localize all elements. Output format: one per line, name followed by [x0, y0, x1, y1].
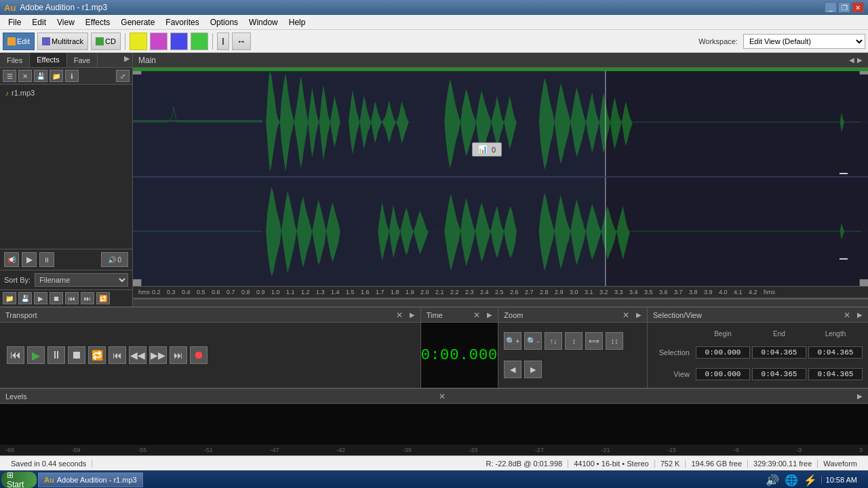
- zoom-expand-btn[interactable]: ▶: [636, 311, 642, 319]
- sel-view-begin[interactable]: [696, 368, 750, 380]
- sel-selection-begin[interactable]: [696, 346, 750, 359]
- tab-effects[interactable]: Effects: [30, 53, 66, 67]
- toolbar-edit-view-btn[interactable]: Edit: [3, 33, 35, 50]
- levels-expand-btn[interactable]: ▶: [857, 392, 863, 400]
- toolbar-cd-btn[interactable]: CD: [91, 33, 121, 50]
- lb-btn5[interactable]: ⏮: [65, 292, 79, 304]
- transport-pause-btn[interactable]: ⏸: [47, 346, 65, 364]
- menu-favorites[interactable]: Favorites: [160, 15, 204, 29]
- transport-panel: Transport ✕ ▶ ⏮ ▶ ⏸ ⏹ 🔁 ⏮ ◀◀ ▶▶ ⏭ ⏺: [0, 308, 421, 388]
- lb-btn3[interactable]: ▶: [34, 292, 47, 304]
- waveform-arrow-right[interactable]: ▶: [857, 56, 863, 64]
- left-play-btn[interactable]: ▶: [22, 252, 37, 267]
- tray-icon-3[interactable]: ⚡: [802, 472, 818, 488]
- transport-prev-btn[interactable]: ⏮: [108, 346, 126, 364]
- menu-options[interactable]: Options: [205, 15, 243, 29]
- left-stop-btn[interactable]: ⏸: [39, 252, 54, 267]
- zoom-in-y-btn[interactable]: ↑↓: [545, 332, 562, 350]
- panel-info-btn[interactable]: ℹ: [65, 70, 79, 82]
- menu-view[interactable]: View: [52, 15, 80, 29]
- left-vol-btn[interactable]: 📢: [4, 252, 19, 267]
- sort-select[interactable]: Filename Date Size: [35, 273, 128, 287]
- zoom-fit-x-btn[interactable]: ⟺: [585, 332, 603, 350]
- zoom-out-y-btn[interactable]: ↕: [565, 332, 583, 350]
- panel-close-item-btn[interactable]: ✕: [18, 70, 32, 82]
- transport-record-btn[interactable]: ⏺: [190, 346, 208, 364]
- transport-ffw-btn[interactable]: ▶▶: [149, 346, 167, 364]
- panel-expand2-btn[interactable]: ⤢: [116, 70, 130, 82]
- zoom-prev-btn[interactable]: ◀: [504, 361, 521, 378]
- ruler-22: 2.2: [450, 289, 465, 296]
- lb-btn1[interactable]: 📁: [3, 292, 16, 304]
- waveform-header: Main ◀ ▶: [133, 53, 868, 68]
- toolbar-color1-btn[interactable]: [130, 33, 147, 50]
- zoom-close-btn[interactable]: ✕: [623, 310, 629, 320]
- panel-folder-btn[interactable]: 📁: [50, 70, 63, 82]
- transport-close-btn[interactable]: ✕: [396, 310, 403, 320]
- workspace-select[interactable]: Edit View (Default): [743, 34, 865, 49]
- toolbar-separator: [125, 33, 125, 49]
- transport-expand-btn[interactable]: ▶: [410, 311, 415, 319]
- sel-view-end[interactable]: [752, 368, 806, 380]
- sel-selection-length[interactable]: [808, 346, 863, 359]
- close-button[interactable]: ✕: [852, 2, 864, 13]
- sel-close-btn[interactable]: ✕: [844, 310, 850, 320]
- time-display: 0:00.000: [421, 323, 498, 388]
- toolbar-move-btn[interactable]: ↔: [232, 33, 251, 50]
- time-panel: Time ✕ ▶ 0:00.000: [421, 308, 499, 388]
- menu-effects[interactable]: Effects: [80, 15, 115, 29]
- left-vol-slider[interactable]: 🔊 0: [101, 252, 128, 267]
- time-expand-btn[interactable]: ▶: [487, 311, 492, 319]
- tray-icon-1[interactable]: 🔊: [764, 472, 781, 488]
- lb-btn7[interactable]: 🔁: [96, 292, 110, 304]
- panel-expand-btn[interactable]: ▶: [121, 53, 132, 67]
- menu-generate[interactable]: Generate: [115, 15, 160, 29]
- levels-close-btn[interactable]: ✕: [439, 392, 446, 401]
- lb-btn6[interactable]: ⏭: [81, 292, 94, 304]
- lb-btn4[interactable]: ⏹: [50, 292, 63, 304]
- wave-scrollbar[interactable]: [133, 298, 868, 306]
- waveform-arrow-left[interactable]: ◀: [849, 56, 854, 64]
- waveform-container[interactable]: dB 3 -3 -9 -15 -20 -25 -30 3 -3 -9 -15 -…: [133, 68, 868, 286]
- ruler-09: 0.9: [256, 289, 271, 296]
- sel-expand-btn[interactable]: ▶: [857, 311, 863, 319]
- ruler-36: 3.6: [659, 289, 674, 296]
- toolbar-color3-btn[interactable]: [170, 33, 188, 50]
- menu-file[interactable]: File: [3, 15, 26, 29]
- zoom-fit-y-btn[interactable]: ↕↕: [606, 332, 623, 350]
- sel-view-length[interactable]: [808, 368, 863, 380]
- transport-loop-btn[interactable]: 🔁: [88, 346, 106, 364]
- zoom-in-x-btn[interactable]: 🔍+: [504, 332, 521, 350]
- time-close-btn[interactable]: ✕: [473, 310, 480, 320]
- taskbar-audition-btn[interactable]: Au Adobe Audition - r1.mp3: [38, 472, 143, 487]
- system-tray: 🔊 🌐 ⚡ 10:58 AM: [764, 472, 867, 488]
- panel-new-btn[interactable]: ☰: [3, 70, 16, 82]
- zoom-next-btn[interactable]: ▶: [524, 361, 542, 378]
- status-sample-info: 44100 • 16-bit • Stereo: [568, 460, 654, 468]
- tab-fave[interactable]: Fave: [67, 53, 98, 67]
- transport-next-btn[interactable]: ⏭: [170, 346, 187, 364]
- tab-files[interactable]: Files: [0, 53, 30, 67]
- toolbar-color2-btn[interactable]: [150, 33, 167, 50]
- panel-save-btn[interactable]: 💾: [34, 70, 47, 82]
- left-bottom-row: 📁 💾 ▶ ⏹ ⏮ ⏭ 🔁: [0, 289, 132, 306]
- toolbar-multitrack-btn[interactable]: Multitrack: [37, 33, 88, 50]
- lb-btn2[interactable]: 💾: [18, 292, 32, 304]
- menu-help[interactable]: Help: [283, 15, 311, 29]
- start-button[interactable]: ⊞ Start: [1, 472, 37, 488]
- file-item-r1mp3[interactable]: ♪ r1.mp3: [3, 87, 130, 98]
- minimize-button[interactable]: _: [825, 2, 837, 13]
- transport-stop-btn[interactable]: ⏹: [68, 346, 85, 364]
- tray-icon-2[interactable]: 🌐: [783, 472, 800, 488]
- left-panel: Files Effects Fave ▶ ☰ ✕ 💾 📁 ℹ ⤢ ♪ r1.mp…: [0, 53, 133, 306]
- restore-button[interactable]: ❐: [838, 2, 850, 13]
- menu-edit[interactable]: Edit: [26, 15, 52, 29]
- toolbar-cursor-btn[interactable]: I: [217, 33, 229, 50]
- transport-rew-btn[interactable]: ◀◀: [129, 346, 146, 364]
- sel-selection-end[interactable]: [752, 346, 806, 359]
- toolbar-color4-btn[interactable]: [191, 33, 208, 50]
- transport-to-start-btn[interactable]: ⏮: [7, 346, 24, 364]
- transport-play-btn[interactable]: ▶: [27, 346, 45, 364]
- menu-window[interactable]: Window: [243, 15, 283, 29]
- zoom-out-x-btn[interactable]: 🔍-: [524, 332, 542, 350]
